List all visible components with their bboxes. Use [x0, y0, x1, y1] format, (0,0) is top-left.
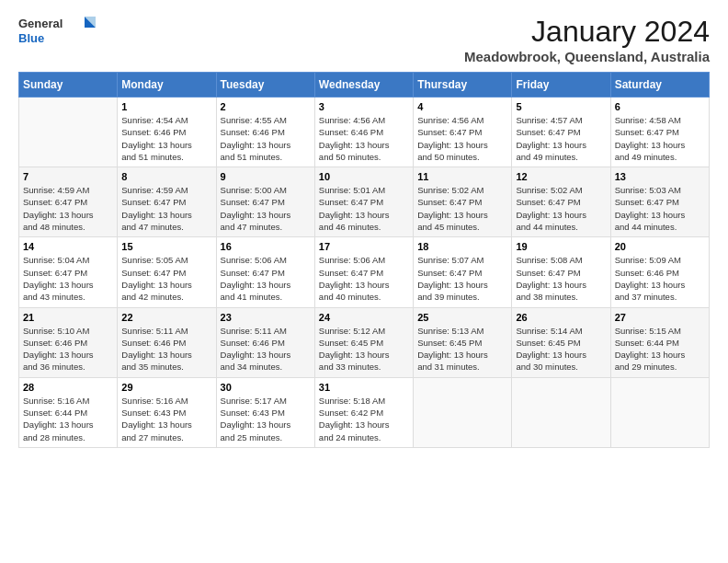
col-wednesday: Wednesday	[314, 73, 413, 98]
day-detail: Sunrise: 5:11 AM Sunset: 6:46 PM Dayligh…	[221, 325, 311, 373]
calendar-cell: 20Sunrise: 5:09 AM Sunset: 6:46 PM Dayli…	[610, 237, 709, 307]
calendar-cell: 30Sunrise: 5:17 AM Sunset: 6:43 PM Dayli…	[216, 377, 314, 447]
calendar-cell	[610, 377, 709, 447]
day-detail: Sunrise: 5:05 AM Sunset: 6:47 PM Dayligh…	[121, 254, 211, 303]
day-number: 6	[615, 101, 705, 112]
day-detail: Sunrise: 5:13 AM Sunset: 6:45 PM Dayligh…	[417, 325, 507, 373]
calendar-cell: 22Sunrise: 5:11 AM Sunset: 6:46 PM Dayli…	[118, 307, 216, 377]
col-monday: Monday	[118, 73, 216, 98]
day-number: 5	[516, 101, 606, 112]
day-number: 26	[516, 312, 606, 323]
day-detail: Sunrise: 4:59 AM Sunset: 6:47 PM Dayligh…	[121, 184, 211, 233]
title-block: January 2024 Meadowbrook, Queensland, Au…	[464, 15, 710, 64]
day-number: 18	[417, 241, 507, 252]
header-row: Sunday Monday Tuesday Wednesday Thursday…	[19, 73, 710, 98]
calendar-cell: 25Sunrise: 5:13 AM Sunset: 6:45 PM Dayli…	[414, 307, 512, 377]
day-number: 14	[23, 241, 113, 252]
calendar-cell: 9Sunrise: 5:00 AM Sunset: 6:47 PM Daylig…	[216, 167, 314, 237]
col-saturday: Saturday	[610, 73, 709, 98]
calendar-cell: 14Sunrise: 5:04 AM Sunset: 6:47 PM Dayli…	[19, 237, 118, 307]
day-detail: Sunrise: 5:08 AM Sunset: 6:47 PM Dayligh…	[516, 254, 606, 303]
calendar-cell: 31Sunrise: 5:18 AM Sunset: 6:42 PM Dayli…	[314, 377, 413, 447]
calendar-cell: 5Sunrise: 4:57 AM Sunset: 6:47 PM Daylig…	[512, 98, 610, 167]
day-number: 9	[221, 171, 311, 182]
calendar-cell: 24Sunrise: 5:12 AM Sunset: 6:45 PM Dayli…	[314, 307, 413, 377]
svg-text:Blue: Blue	[18, 31, 44, 45]
calendar-cell: 28Sunrise: 5:16 AM Sunset: 6:44 PM Dayli…	[19, 377, 118, 447]
day-detail: Sunrise: 5:04 AM Sunset: 6:47 PM Dayligh…	[23, 254, 113, 303]
day-number: 4	[417, 101, 507, 112]
calendar-cell: 17Sunrise: 5:06 AM Sunset: 6:47 PM Dayli…	[314, 237, 413, 307]
calendar-cell: 11Sunrise: 5:02 AM Sunset: 6:47 PM Dayli…	[414, 167, 512, 237]
day-detail: Sunrise: 5:07 AM Sunset: 6:47 PM Dayligh…	[417, 254, 507, 303]
day-number: 27	[615, 312, 705, 323]
day-detail: Sunrise: 4:58 AM Sunset: 6:47 PM Dayligh…	[615, 114, 705, 163]
day-detail: Sunrise: 4:56 AM Sunset: 6:47 PM Dayligh…	[417, 114, 507, 163]
day-number: 22	[121, 312, 211, 323]
calendar-cell: 16Sunrise: 5:06 AM Sunset: 6:47 PM Dayli…	[216, 237, 314, 307]
week-row-5: 28Sunrise: 5:16 AM Sunset: 6:44 PM Dayli…	[19, 377, 710, 447]
calendar-cell: 26Sunrise: 5:14 AM Sunset: 6:45 PM Dayli…	[512, 307, 610, 377]
day-detail: Sunrise: 5:10 AM Sunset: 6:46 PM Dayligh…	[23, 325, 113, 373]
day-detail: Sunrise: 4:55 AM Sunset: 6:46 PM Dayligh…	[221, 114, 311, 163]
day-number: 13	[615, 171, 705, 182]
day-detail: Sunrise: 5:06 AM Sunset: 6:47 PM Dayligh…	[221, 254, 311, 303]
col-thursday: Thursday	[414, 73, 512, 98]
week-row-1: 1Sunrise: 4:54 AM Sunset: 6:46 PM Daylig…	[19, 98, 710, 167]
week-row-2: 7Sunrise: 4:59 AM Sunset: 6:47 PM Daylig…	[19, 167, 710, 237]
col-sunday: Sunday	[19, 73, 118, 98]
day-number: 25	[417, 312, 507, 323]
day-number: 19	[516, 241, 606, 252]
day-detail: Sunrise: 5:03 AM Sunset: 6:47 PM Dayligh…	[615, 184, 705, 233]
calendar-cell: 1Sunrise: 4:54 AM Sunset: 6:46 PM Daylig…	[118, 98, 216, 167]
day-detail: Sunrise: 5:12 AM Sunset: 6:45 PM Dayligh…	[319, 325, 409, 373]
day-number: 31	[319, 382, 409, 393]
day-detail: Sunrise: 4:59 AM Sunset: 6:47 PM Dayligh…	[23, 184, 113, 233]
calendar-cell: 6Sunrise: 4:58 AM Sunset: 6:47 PM Daylig…	[610, 98, 709, 167]
calendar-cell: 2Sunrise: 4:55 AM Sunset: 6:46 PM Daylig…	[216, 98, 314, 167]
day-number: 16	[221, 241, 311, 252]
day-number: 3	[319, 101, 409, 112]
day-number: 17	[319, 241, 409, 252]
week-row-3: 14Sunrise: 5:04 AM Sunset: 6:47 PM Dayli…	[19, 237, 710, 307]
day-number: 15	[121, 241, 211, 252]
calendar-cell: 12Sunrise: 5:02 AM Sunset: 6:47 PM Dayli…	[512, 167, 610, 237]
day-detail: Sunrise: 4:57 AM Sunset: 6:47 PM Dayligh…	[516, 114, 606, 163]
calendar-cell: 15Sunrise: 5:05 AM Sunset: 6:47 PM Dayli…	[118, 237, 216, 307]
day-number: 12	[516, 171, 606, 182]
calendar-cell: 10Sunrise: 5:01 AM Sunset: 6:47 PM Dayli…	[314, 167, 413, 237]
day-number: 2	[221, 101, 311, 112]
day-detail: Sunrise: 5:17 AM Sunset: 6:43 PM Dayligh…	[221, 395, 311, 443]
col-tuesday: Tuesday	[216, 73, 314, 98]
week-row-4: 21Sunrise: 5:10 AM Sunset: 6:46 PM Dayli…	[19, 307, 710, 377]
calendar-cell: 21Sunrise: 5:10 AM Sunset: 6:46 PM Dayli…	[19, 307, 118, 377]
day-detail: Sunrise: 5:18 AM Sunset: 6:42 PM Dayligh…	[319, 395, 409, 443]
calendar-cell: 8Sunrise: 4:59 AM Sunset: 6:47 PM Daylig…	[118, 167, 216, 237]
day-number: 29	[121, 382, 211, 393]
calendar-cell: 4Sunrise: 4:56 AM Sunset: 6:47 PM Daylig…	[414, 98, 512, 167]
day-number: 24	[319, 312, 409, 323]
day-detail: Sunrise: 5:16 AM Sunset: 6:43 PM Dayligh…	[121, 395, 211, 443]
svg-text:General: General	[18, 17, 63, 30]
calendar-cell: 23Sunrise: 5:11 AM Sunset: 6:46 PM Dayli…	[216, 307, 314, 377]
day-number: 23	[221, 312, 311, 323]
day-number: 11	[417, 171, 507, 182]
day-number: 1	[121, 101, 211, 112]
day-number: 10	[319, 171, 409, 182]
col-friday: Friday	[512, 73, 610, 98]
calendar-cell	[512, 377, 610, 447]
calendar-cell	[19, 98, 118, 167]
day-detail: Sunrise: 5:01 AM Sunset: 6:47 PM Dayligh…	[319, 184, 409, 233]
calendar-cell: 29Sunrise: 5:16 AM Sunset: 6:43 PM Dayli…	[118, 377, 216, 447]
calendar-cell: 19Sunrise: 5:08 AM Sunset: 6:47 PM Dayli…	[512, 237, 610, 307]
day-detail: Sunrise: 5:16 AM Sunset: 6:44 PM Dayligh…	[23, 395, 113, 443]
calendar-cell: 13Sunrise: 5:03 AM Sunset: 6:47 PM Dayli…	[610, 167, 709, 237]
day-detail: Sunrise: 4:54 AM Sunset: 6:46 PM Dayligh…	[121, 114, 211, 163]
calendar-cell	[414, 377, 512, 447]
day-number: 20	[615, 241, 705, 252]
day-number: 28	[23, 382, 113, 393]
day-number: 7	[23, 171, 113, 182]
calendar-cell: 27Sunrise: 5:15 AM Sunset: 6:44 PM Dayli…	[610, 307, 709, 377]
day-detail: Sunrise: 5:11 AM Sunset: 6:46 PM Dayligh…	[121, 325, 211, 373]
calendar-cell: 3Sunrise: 4:56 AM Sunset: 6:46 PM Daylig…	[314, 98, 413, 167]
